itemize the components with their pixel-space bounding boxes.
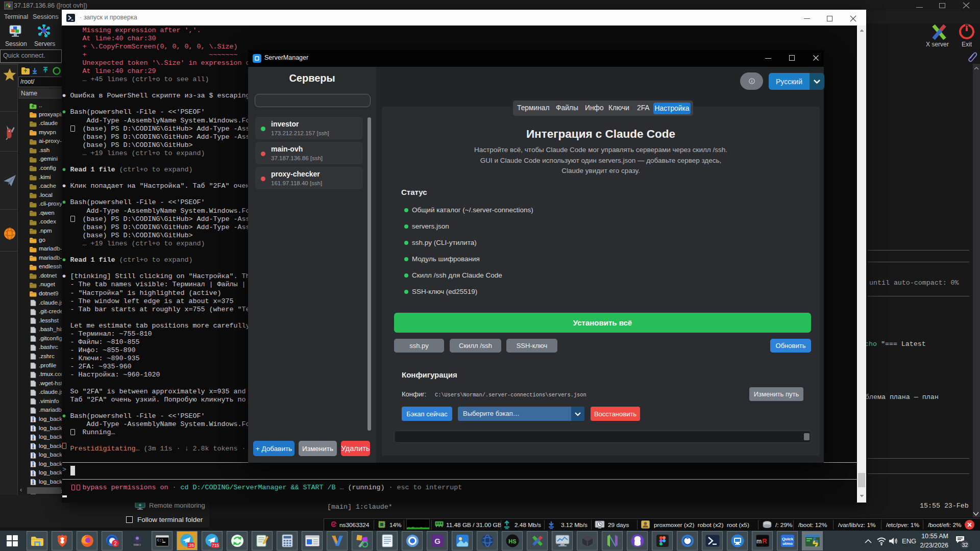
svg-text:Quick: Quick — [781, 537, 793, 541]
svg-text:R: R — [762, 537, 767, 545]
svg-text:m: m — [756, 538, 762, 545]
svg-text:G: G — [434, 537, 440, 545]
svg-text:utmo: utmo — [782, 541, 793, 546]
svg-text:715: 715 — [211, 543, 218, 548]
svg-text:C:\: C:\ — [157, 538, 164, 542]
svg-text:2: 2 — [114, 541, 117, 546]
svg-text:HS: HS — [508, 538, 516, 544]
svg-text:.26: .26 — [188, 543, 194, 548]
svg-text:FRKY: FRKY — [133, 543, 141, 546]
